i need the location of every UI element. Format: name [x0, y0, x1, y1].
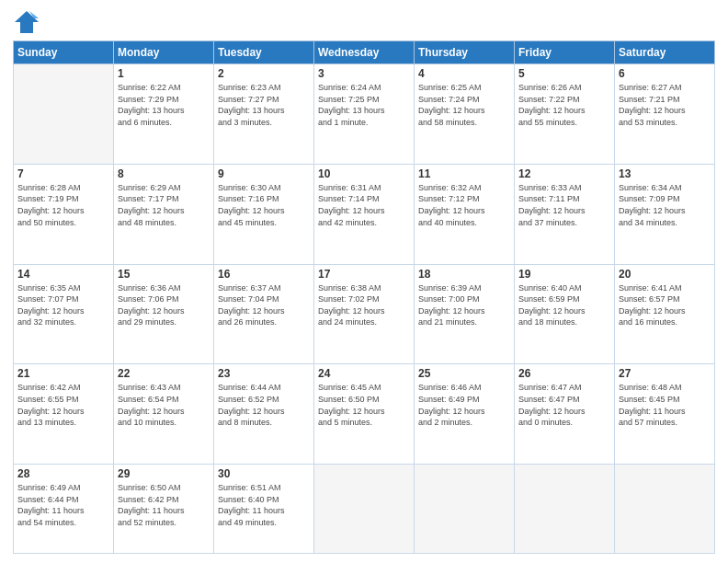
- calendar-cell: 30Sunrise: 6:51 AMSunset: 6:40 PMDayligh…: [214, 465, 314, 554]
- day-number: 22: [118, 367, 210, 380]
- calendar-cell: 4Sunrise: 6:25 AMSunset: 7:24 PMDaylight…: [415, 64, 515, 165]
- day-number: 11: [418, 167, 510, 180]
- calendar-cell: 24Sunrise: 6:45 AMSunset: 6:50 PMDayligh…: [314, 364, 415, 465]
- day-number: 1: [118, 67, 210, 80]
- header: [13, 9, 715, 35]
- col-header-wednesday: Wednesday: [314, 41, 415, 64]
- calendar-cell: 12Sunrise: 6:33 AMSunset: 7:11 PMDayligh…: [515, 164, 615, 264]
- day-number: 4: [418, 67, 510, 80]
- logo: [13, 9, 44, 35]
- day-info: Sunrise: 6:32 AMSunset: 7:12 PMDaylight:…: [418, 182, 510, 228]
- calendar-cell: 15Sunrise: 6:36 AMSunset: 7:06 PMDayligh…: [114, 264, 214, 364]
- day-number: 17: [318, 268, 410, 281]
- day-number: 24: [318, 367, 410, 380]
- calendar-cell: 20Sunrise: 6:41 AMSunset: 6:57 PMDayligh…: [615, 264, 715, 364]
- page: SundayMondayTuesdayWednesdayThursdayFrid…: [0, 0, 728, 563]
- day-number: 27: [619, 367, 711, 380]
- day-info: Sunrise: 6:42 AMSunset: 6:55 PMDaylight:…: [17, 382, 109, 428]
- day-number: 12: [518, 167, 610, 180]
- day-info: Sunrise: 6:28 AMSunset: 7:19 PMDaylight:…: [17, 182, 109, 228]
- week-row-2: 14Sunrise: 6:35 AMSunset: 7:07 PMDayligh…: [14, 264, 715, 364]
- calendar-cell: 29Sunrise: 6:50 AMSunset: 6:42 PMDayligh…: [114, 465, 214, 554]
- calendar-cell: 19Sunrise: 6:40 AMSunset: 6:59 PMDayligh…: [515, 264, 615, 364]
- day-number: 21: [17, 367, 109, 380]
- day-number: 28: [17, 467, 109, 480]
- day-info: Sunrise: 6:45 AMSunset: 6:50 PMDaylight:…: [318, 382, 410, 428]
- col-header-monday: Monday: [114, 41, 214, 64]
- day-number: 6: [619, 67, 711, 80]
- calendar-cell: [415, 465, 515, 554]
- day-info: Sunrise: 6:29 AMSunset: 7:17 PMDaylight:…: [118, 182, 210, 228]
- week-row-3: 21Sunrise: 6:42 AMSunset: 6:55 PMDayligh…: [14, 364, 715, 465]
- col-header-tuesday: Tuesday: [214, 41, 314, 64]
- day-info: Sunrise: 6:39 AMSunset: 7:00 PMDaylight:…: [418, 282, 510, 328]
- day-info: Sunrise: 6:36 AMSunset: 7:06 PMDaylight:…: [118, 282, 210, 328]
- calendar-cell: 28Sunrise: 6:49 AMSunset: 6:44 PMDayligh…: [14, 465, 114, 554]
- day-info: Sunrise: 6:24 AMSunset: 7:25 PMDaylight:…: [318, 82, 410, 128]
- calendar-cell: 11Sunrise: 6:32 AMSunset: 7:12 PMDayligh…: [415, 164, 515, 264]
- col-header-saturday: Saturday: [615, 41, 715, 64]
- calendar-cell: 10Sunrise: 6:31 AMSunset: 7:14 PMDayligh…: [314, 164, 415, 264]
- calendar-cell: 16Sunrise: 6:37 AMSunset: 7:04 PMDayligh…: [214, 264, 314, 364]
- calendar-cell: 5Sunrise: 6:26 AMSunset: 7:22 PMDaylight…: [515, 64, 615, 165]
- day-info: Sunrise: 6:33 AMSunset: 7:11 PMDaylight:…: [518, 182, 610, 228]
- calendar-cell: [14, 64, 114, 165]
- day-number: 9: [218, 167, 310, 180]
- calendar-cell: [515, 465, 615, 554]
- calendar-cell: 2Sunrise: 6:23 AMSunset: 7:27 PMDaylight…: [214, 64, 314, 165]
- logo-icon: [13, 9, 40, 35]
- calendar-cell: 3Sunrise: 6:24 AMSunset: 7:25 PMDaylight…: [314, 64, 415, 165]
- calendar-table: SundayMondayTuesdayWednesdayThursdayFrid…: [13, 40, 715, 554]
- day-number: 3: [318, 67, 410, 80]
- day-number: 30: [218, 467, 310, 480]
- calendar-cell: 23Sunrise: 6:44 AMSunset: 6:52 PMDayligh…: [214, 364, 314, 465]
- calendar-cell: 26Sunrise: 6:47 AMSunset: 6:47 PMDayligh…: [515, 364, 615, 465]
- day-number: 2: [218, 67, 310, 80]
- col-header-sunday: Sunday: [14, 41, 114, 64]
- day-number: 26: [518, 367, 610, 380]
- day-number: 13: [619, 167, 711, 180]
- calendar-cell: 1Sunrise: 6:22 AMSunset: 7:29 PMDaylight…: [114, 64, 214, 165]
- day-info: Sunrise: 6:35 AMSunset: 7:07 PMDaylight:…: [17, 282, 109, 328]
- day-info: Sunrise: 6:37 AMSunset: 7:04 PMDaylight:…: [218, 282, 310, 328]
- calendar-cell: 25Sunrise: 6:46 AMSunset: 6:49 PMDayligh…: [415, 364, 515, 465]
- day-number: 10: [318, 167, 410, 180]
- col-header-friday: Friday: [515, 41, 615, 64]
- col-header-thursday: Thursday: [415, 41, 515, 64]
- day-number: 8: [118, 167, 210, 180]
- day-number: 29: [118, 467, 210, 480]
- calendar-cell: 6Sunrise: 6:27 AMSunset: 7:21 PMDaylight…: [615, 64, 715, 165]
- calendar-header-row: SundayMondayTuesdayWednesdayThursdayFrid…: [14, 41, 715, 64]
- calendar-cell: 7Sunrise: 6:28 AMSunset: 7:19 PMDaylight…: [14, 164, 114, 264]
- day-info: Sunrise: 6:25 AMSunset: 7:24 PMDaylight:…: [418, 82, 510, 128]
- day-info: Sunrise: 6:46 AMSunset: 6:49 PMDaylight:…: [418, 382, 510, 428]
- day-info: Sunrise: 6:43 AMSunset: 6:54 PMDaylight:…: [118, 382, 210, 428]
- day-info: Sunrise: 6:49 AMSunset: 6:44 PMDaylight:…: [17, 482, 109, 528]
- day-info: Sunrise: 6:48 AMSunset: 6:45 PMDaylight:…: [619, 382, 711, 428]
- calendar-cell: 8Sunrise: 6:29 AMSunset: 7:17 PMDaylight…: [114, 164, 214, 264]
- svg-marker-0: [15, 11, 39, 33]
- day-info: Sunrise: 6:27 AMSunset: 7:21 PMDaylight:…: [619, 82, 711, 128]
- week-row-1: 7Sunrise: 6:28 AMSunset: 7:19 PMDaylight…: [14, 164, 715, 264]
- day-number: 16: [218, 268, 310, 281]
- day-info: Sunrise: 6:34 AMSunset: 7:09 PMDaylight:…: [619, 182, 711, 228]
- calendar-cell: 9Sunrise: 6:30 AMSunset: 7:16 PMDaylight…: [214, 164, 314, 264]
- calendar-cell: [314, 465, 415, 554]
- week-row-0: 1Sunrise: 6:22 AMSunset: 7:29 PMDaylight…: [14, 64, 715, 165]
- week-row-4: 28Sunrise: 6:49 AMSunset: 6:44 PMDayligh…: [14, 465, 715, 554]
- day-number: 25: [418, 367, 510, 380]
- calendar-cell: 22Sunrise: 6:43 AMSunset: 6:54 PMDayligh…: [114, 364, 214, 465]
- day-info: Sunrise: 6:50 AMSunset: 6:42 PMDaylight:…: [118, 482, 210, 528]
- day-info: Sunrise: 6:38 AMSunset: 7:02 PMDaylight:…: [318, 282, 410, 328]
- calendar-cell: 27Sunrise: 6:48 AMSunset: 6:45 PMDayligh…: [615, 364, 715, 465]
- day-info: Sunrise: 6:26 AMSunset: 7:22 PMDaylight:…: [518, 82, 610, 128]
- day-info: Sunrise: 6:31 AMSunset: 7:14 PMDaylight:…: [318, 182, 410, 228]
- day-number: 5: [518, 67, 610, 80]
- day-info: Sunrise: 6:23 AMSunset: 7:27 PMDaylight:…: [218, 82, 310, 128]
- day-number: 23: [218, 367, 310, 380]
- calendar-cell: 13Sunrise: 6:34 AMSunset: 7:09 PMDayligh…: [615, 164, 715, 264]
- day-info: Sunrise: 6:41 AMSunset: 6:57 PMDaylight:…: [619, 282, 711, 328]
- day-number: 20: [619, 268, 711, 281]
- day-info: Sunrise: 6:47 AMSunset: 6:47 PMDaylight:…: [518, 382, 610, 428]
- calendar-cell: 18Sunrise: 6:39 AMSunset: 7:00 PMDayligh…: [415, 264, 515, 364]
